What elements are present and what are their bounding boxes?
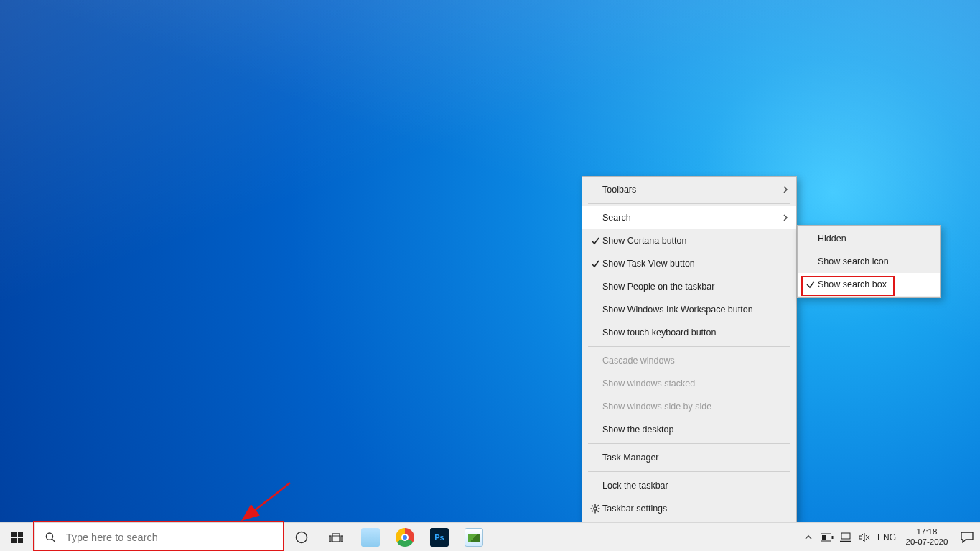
chevron-up-icon bbox=[805, 534, 812, 541]
svg-rect-18 bbox=[341, 536, 343, 542]
taskbar-search-box[interactable] bbox=[34, 523, 284, 551]
context-menu-item-show-windows-stacked: Show windows stacked bbox=[582, 372, 796, 395]
svg-line-8 bbox=[592, 511, 593, 512]
search-submenu-item-show-search-box[interactable]: Show search box bbox=[798, 273, 940, 296]
notepad-icon bbox=[361, 528, 380, 547]
windows-logo-icon bbox=[11, 532, 23, 543]
checkmark-icon bbox=[588, 236, 602, 246]
context-menu-item-search[interactable]: Search bbox=[582, 206, 796, 229]
search-submenu-item-hidden[interactable]: Hidden bbox=[798, 227, 940, 250]
tray-clock[interactable]: 17:18 20-07-2020 bbox=[900, 523, 954, 551]
context-menu-item-show-windows-side-by-side: Show windows side by side bbox=[582, 395, 796, 418]
cortana-icon bbox=[295, 531, 308, 544]
svg-rect-10 bbox=[18, 532, 23, 537]
context-menu-item-show-touch-keyboard-button[interactable]: Show touch keyboard button bbox=[582, 321, 796, 344]
photoshop-icon: Ps bbox=[430, 528, 449, 547]
context-menu-item-label: Show the desktop bbox=[602, 425, 779, 435]
desktop-wallpaper[interactable]: ToolbarsSearchShow Cortana buttonShow Ta… bbox=[0, 0, 980, 551]
tray-volume-icon[interactable] bbox=[855, 523, 874, 551]
chevron-right-icon bbox=[779, 214, 789, 221]
context-menu-item-label: Show Cortana button bbox=[602, 236, 779, 246]
context-menu-item-task-manager[interactable]: Task Manager bbox=[582, 446, 796, 469]
svg-rect-12 bbox=[18, 538, 23, 543]
tray-date: 20-07-2020 bbox=[906, 537, 948, 547]
svg-point-0 bbox=[594, 507, 597, 510]
chevron-right-icon bbox=[779, 186, 789, 193]
context-menu-item-label: Cascade windows bbox=[602, 356, 779, 366]
svg-rect-11 bbox=[11, 538, 17, 543]
svg-rect-17 bbox=[332, 534, 340, 542]
context-menu-separator bbox=[588, 443, 790, 444]
svg-line-29 bbox=[244, 483, 290, 519]
svg-line-14 bbox=[52, 539, 55, 542]
context-menu-item-label: Show People on the taskbar bbox=[602, 282, 779, 292]
context-menu-item-show-task-view-button[interactable]: Show Task View button bbox=[582, 252, 796, 275]
context-menu-item-label: Lock the taskbar bbox=[602, 481, 779, 491]
taskbar-context-menu: ToolbarsSearchShow Cortana buttonShow Ta… bbox=[582, 176, 797, 522]
context-menu-item-cascade-windows: Cascade windows bbox=[582, 349, 796, 372]
search-submenu-item-show-search-icon[interactable]: Show search icon bbox=[798, 250, 940, 273]
context-menu-separator bbox=[588, 471, 790, 472]
taskbar-app-chrome[interactable] bbox=[388, 523, 422, 551]
action-center-icon bbox=[961, 532, 974, 543]
taskbar-search-input[interactable] bbox=[66, 532, 284, 543]
search-icon bbox=[45, 532, 56, 543]
annotation-arrow bbox=[237, 480, 294, 524]
tray-overflow-button[interactable] bbox=[799, 523, 818, 551]
start-button[interactable] bbox=[0, 523, 34, 551]
context-menu-separator bbox=[588, 203, 790, 204]
svg-line-6 bbox=[597, 511, 599, 512]
task-view-icon bbox=[329, 532, 343, 543]
context-menu-item-label: Task Manager bbox=[602, 453, 779, 463]
photos-icon bbox=[465, 528, 483, 547]
svg-line-5 bbox=[592, 505, 593, 506]
taskbar: Ps bbox=[0, 522, 980, 551]
tray-language-indicator[interactable]: ENG bbox=[874, 523, 900, 551]
action-center-button[interactable] bbox=[954, 523, 980, 551]
context-menu-item-show-cortana-button[interactable]: Show Cortana button bbox=[582, 229, 796, 252]
cortana-button[interactable] bbox=[284, 523, 319, 551]
gear-icon bbox=[588, 504, 602, 514]
svg-marker-25 bbox=[859, 533, 864, 542]
tray-network-icon[interactable] bbox=[836, 523, 855, 551]
taskbar-app-photoshop[interactable]: Ps bbox=[422, 523, 457, 551]
svg-rect-23 bbox=[841, 533, 850, 539]
context-menu-separator bbox=[588, 346, 790, 347]
checkmark-icon bbox=[803, 279, 818, 290]
context-menu-item-show-the-desktop[interactable]: Show the desktop bbox=[582, 418, 796, 441]
taskbar-app-photos[interactable] bbox=[457, 523, 491, 551]
context-menu-item-toolbars[interactable]: Toolbars bbox=[582, 178, 796, 201]
context-menu-item-label: Search bbox=[602, 213, 779, 223]
svg-rect-16 bbox=[329, 536, 331, 542]
context-menu-item-show-windows-ink-workspace-button[interactable]: Show Windows Ink Workspace button bbox=[582, 298, 796, 321]
battery-icon bbox=[821, 533, 834, 542]
search-submenu: HiddenShow search iconShow search box bbox=[797, 225, 941, 298]
tray-battery-icon[interactable] bbox=[818, 523, 836, 551]
taskbar-app-notepad[interactable] bbox=[353, 523, 388, 551]
context-menu-item-label: Show touch keyboard button bbox=[602, 328, 779, 338]
svg-rect-9 bbox=[11, 532, 17, 537]
svg-rect-22 bbox=[822, 535, 826, 540]
context-menu-item-lock-the-taskbar[interactable]: Lock the taskbar bbox=[582, 474, 796, 497]
search-submenu-item-label: Hidden bbox=[818, 233, 846, 244]
search-submenu-item-label: Show search box bbox=[818, 279, 887, 290]
context-menu-item-label: Show windows stacked bbox=[602, 379, 779, 389]
chrome-icon bbox=[396, 528, 414, 547]
context-menu-item-label: Show Windows Ink Workspace button bbox=[602, 305, 779, 315]
context-menu-item-label: Toolbars bbox=[602, 185, 779, 195]
volume-mute-icon bbox=[859, 532, 870, 542]
task-view-button[interactable] bbox=[319, 523, 353, 551]
system-tray: ENG 17:18 20-07-2020 bbox=[799, 523, 980, 551]
context-menu-item-taskbar-settings[interactable]: Taskbar settings bbox=[582, 497, 796, 520]
tray-time: 17:18 bbox=[917, 527, 938, 537]
svg-point-13 bbox=[46, 533, 52, 540]
context-menu-item-label: Taskbar settings bbox=[602, 504, 779, 514]
checkmark-icon bbox=[588, 259, 602, 269]
network-icon bbox=[840, 532, 851, 542]
context-menu-item-label: Show Task View button bbox=[602, 259, 779, 269]
svg-point-15 bbox=[297, 532, 307, 543]
svg-rect-21 bbox=[832, 536, 834, 539]
svg-line-7 bbox=[597, 505, 599, 506]
context-menu-item-show-people-on-the-taskbar[interactable]: Show People on the taskbar bbox=[582, 275, 796, 298]
search-submenu-item-label: Show search icon bbox=[818, 256, 889, 267]
